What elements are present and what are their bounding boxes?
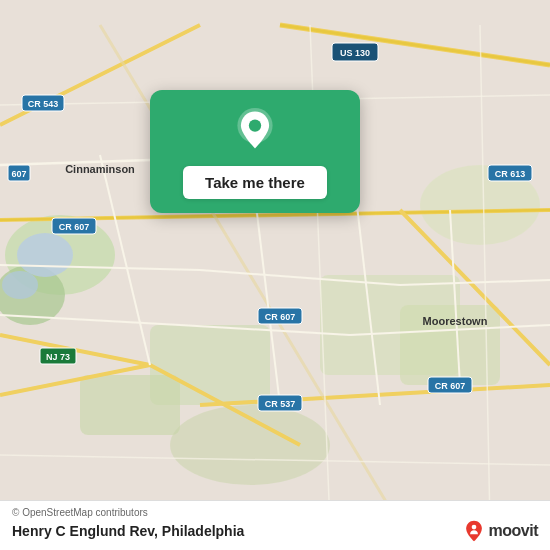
svg-text:CR 607: CR 607 <box>59 222 90 232</box>
take-me-there-button[interactable]: Take me there <box>183 166 327 199</box>
svg-text:Moorestown: Moorestown <box>423 315 488 327</box>
svg-point-10 <box>2 271 38 299</box>
svg-text:CR 543: CR 543 <box>28 99 59 109</box>
svg-text:NJ 73: NJ 73 <box>46 352 70 362</box>
moovit-logo: moovit <box>463 520 538 542</box>
popup-card: Take me there <box>150 90 360 213</box>
svg-text:CR 607: CR 607 <box>265 312 296 322</box>
svg-text:CR 537: CR 537 <box>265 399 296 409</box>
bottom-row: Henry C Englund Rev, Philadelphia moovit <box>12 520 538 542</box>
svg-point-9 <box>17 233 73 277</box>
location-pin-icon <box>233 108 277 152</box>
moovit-pin-icon <box>463 520 485 542</box>
svg-text:CR 607: CR 607 <box>435 381 466 391</box>
moovit-text-label: moovit <box>489 522 538 540</box>
map-svg: US 130 CR 543 607 CR 607 CR 613 NJ 73 CR… <box>0 0 550 550</box>
map-attribution: © OpenStreetMap contributors <box>12 507 538 518</box>
svg-text:Cinnaminson: Cinnaminson <box>65 163 135 175</box>
svg-rect-5 <box>80 375 180 435</box>
svg-text:US 130: US 130 <box>340 48 370 58</box>
bottom-bar: © OpenStreetMap contributors Henry C Eng… <box>0 500 550 550</box>
svg-text:607: 607 <box>11 169 26 179</box>
svg-point-59 <box>471 525 476 530</box>
map-container: US 130 CR 543 607 CR 607 CR 613 NJ 73 CR… <box>0 0 550 550</box>
location-name: Henry C Englund Rev, Philadelphia <box>12 523 244 539</box>
svg-text:CR 613: CR 613 <box>495 169 526 179</box>
svg-point-58 <box>249 119 261 131</box>
